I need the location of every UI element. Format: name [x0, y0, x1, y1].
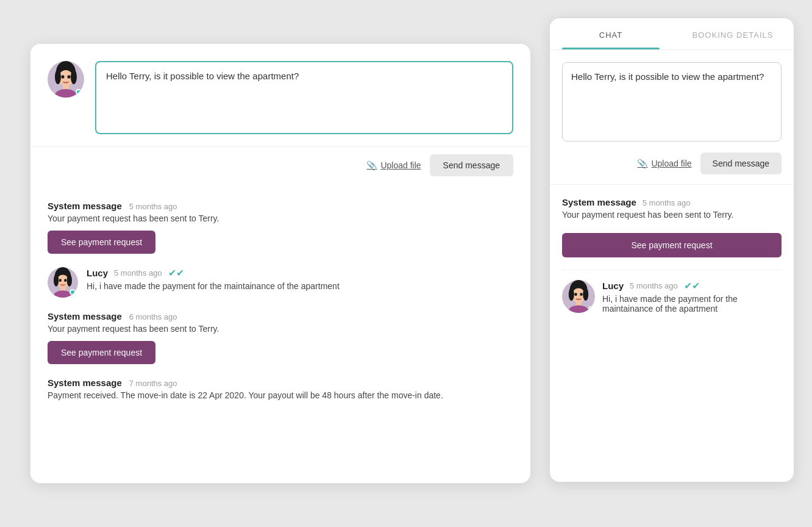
- time-ago-2: 6 months ago: [129, 312, 177, 321]
- message-divider: [562, 270, 782, 270]
- right-messages-area: System message 5 months ago Your payment…: [550, 185, 794, 482]
- right-system-text-1: Your payment request has been sent to Te…: [562, 210, 782, 220]
- right-compose-actions: 📎 Upload file Send message: [562, 152, 782, 174]
- right-message-input[interactable]: [562, 62, 782, 142]
- svg-point-4: [62, 75, 65, 79]
- svg-point-5: [68, 75, 71, 79]
- messages-area: System message 5 months ago Your payment…: [30, 188, 530, 426]
- right-lucy-block: Lucy 5 months ago ✔✔ Hi, i have made the…: [562, 280, 782, 314]
- see-payment-request-button-2[interactable]: See payment request: [48, 341, 155, 364]
- system-text-3: Payment received. The move-in date is 22…: [48, 390, 513, 400]
- svg-point-28: [574, 293, 577, 296]
- system-label-3: System message: [48, 378, 122, 388]
- compose-actions: 📎 Upload file Send message: [30, 147, 530, 188]
- lucy-username: Lucy: [87, 268, 108, 278]
- right-paperclip-icon: 📎: [637, 159, 647, 168]
- svg-point-17: [64, 279, 66, 282]
- system-message-3: System message 7 months ago Payment rece…: [48, 378, 513, 400]
- right-lucy-time: 5 months ago: [630, 281, 678, 290]
- lucy-avatar: [48, 267, 78, 298]
- lucy-online-indicator: [69, 289, 76, 295]
- right-read-receipt-icon: ✔✔: [684, 280, 700, 292]
- lucy-message-content: Lucy 5 months ago ✔✔ Hi, i have made the…: [87, 267, 340, 291]
- system-label-2: System message: [48, 311, 122, 321]
- time-ago-3: 7 months ago: [129, 379, 177, 388]
- svg-point-29: [580, 293, 583, 296]
- right-send-message-button[interactable]: Send message: [700, 152, 782, 174]
- right-chat-panel: CHAT BOOKING DETAILS 📎 Upload file Send …: [550, 18, 794, 482]
- system-message-1: System message 5 months ago Your payment…: [48, 201, 513, 254]
- tabs-header: CHAT BOOKING DETAILS: [550, 18, 794, 50]
- svg-point-34: [569, 288, 574, 301]
- right-lucy-header: Lucy 5 months ago ✔✔: [602, 280, 782, 292]
- right-system-message-1: System message 5 months ago Your payment…: [562, 197, 782, 257]
- right-system-header-1: System message 5 months ago: [562, 197, 782, 207]
- lucy-message-text: Hi, i have made the payment for the main…: [87, 281, 340, 291]
- system-label-1: System message: [48, 201, 122, 211]
- send-message-button[interactable]: Send message: [430, 154, 513, 176]
- paperclip-icon: 📎: [366, 160, 377, 170]
- system-message-header-3: System message 7 months ago: [48, 378, 513, 388]
- user-message-lucy: Lucy 5 months ago ✔✔ Hi, i have made the…: [48, 267, 513, 298]
- time-ago-1: 5 months ago: [129, 202, 177, 211]
- system-message-header-1: System message 5 months ago: [48, 201, 513, 211]
- lucy-time: 5 months ago: [114, 268, 162, 278]
- right-lucy-online: [588, 306, 594, 312]
- system-message-header-2: System message 6 months ago: [48, 311, 513, 321]
- read-receipt-icon: ✔✔: [168, 267, 184, 279]
- user-avatar: [48, 61, 84, 98]
- system-text-1: Your payment request has been sent to Te…: [48, 213, 513, 223]
- right-lucy-text: Hi, i have made the payment for the main…: [602, 294, 782, 314]
- compose-area: [30, 44, 530, 147]
- tab-booking-details[interactable]: BOOKING DETAILS: [672, 18, 794, 49]
- right-compose-area: 📎 Upload file Send message: [550, 50, 794, 185]
- online-indicator: [76, 89, 82, 95]
- right-system-label-1: System message: [562, 197, 636, 207]
- upload-label: Upload file: [380, 160, 421, 170]
- system-text-2: Your payment request has been sent to Te…: [48, 324, 513, 334]
- message-input[interactable]: [95, 61, 513, 134]
- right-lucy-username: Lucy: [602, 281, 624, 291]
- right-lucy-avatar: [562, 280, 595, 313]
- svg-point-16: [59, 279, 62, 282]
- svg-point-11: [71, 70, 77, 84]
- system-message-2: System message 6 months ago Your payment…: [48, 311, 513, 364]
- right-time-ago-1: 5 months ago: [643, 198, 691, 207]
- tab-chat[interactable]: CHAT: [550, 18, 672, 49]
- svg-point-23: [67, 274, 72, 287]
- svg-point-35: [583, 288, 588, 301]
- lucy-message-header: Lucy 5 months ago ✔✔: [87, 267, 340, 279]
- right-upload-label: Upload file: [651, 159, 691, 168]
- svg-point-10: [55, 70, 61, 84]
- upload-file-button[interactable]: 📎 Upload file: [366, 160, 421, 170]
- right-upload-file-button[interactable]: 📎 Upload file: [637, 159, 691, 168]
- see-payment-request-button-1[interactable]: See payment request: [48, 231, 155, 254]
- right-payment-btn-1[interactable]: See payment request: [562, 233, 782, 257]
- svg-point-22: [54, 274, 59, 287]
- right-lucy-content: Lucy 5 months ago ✔✔ Hi, i have made the…: [602, 280, 782, 314]
- left-chat-panel: 📎 Upload file Send message System messag…: [30, 44, 530, 483]
